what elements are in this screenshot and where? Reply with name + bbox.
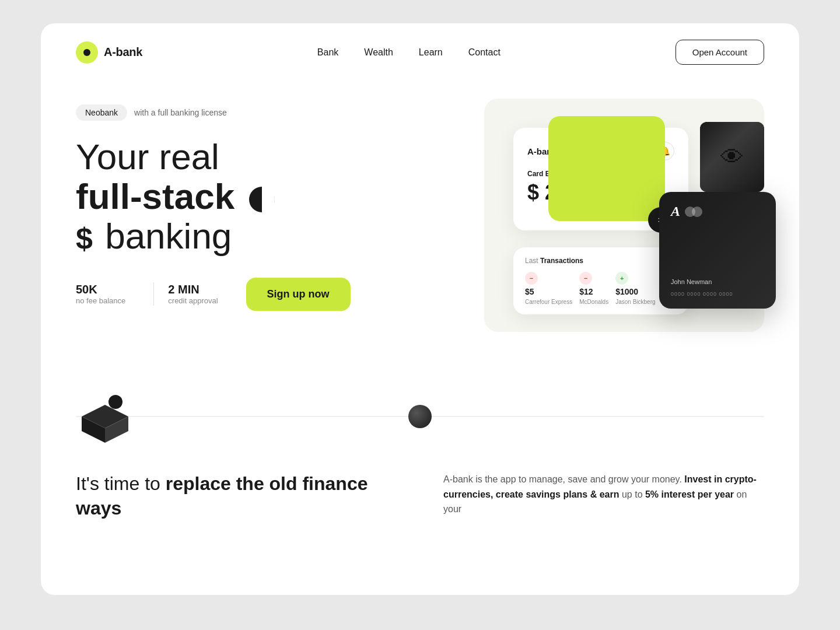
- lower-heading-normal: It's time to: [76, 473, 166, 494]
- badge-subtitle: with a full banking license: [134, 108, 227, 117]
- stat-divider: [153, 282, 154, 306]
- dark-card-number: 0000 0000 0000 0000: [671, 291, 733, 297]
- dark-card-holder: John Newman: [671, 278, 712, 285]
- lower-section: It's time to replace the old finance way…: [41, 355, 799, 538]
- tx-amount-3: $1000: [615, 287, 638, 296]
- logo-icon: [76, 41, 98, 64]
- lower-body-part1: A-bank is the app to manage, save and gr…: [443, 474, 682, 484]
- transactions-title-bold: Transactions: [540, 257, 583, 265]
- money-eye-image: [700, 122, 764, 192]
- navbar: A-bank Bank Wealth Learn Contact Open Ac…: [41, 23, 799, 81]
- green-overlay: =: [548, 116, 665, 221]
- svg-point-0: [108, 395, 123, 409]
- stat-2min-label: credit approval: [168, 296, 218, 305]
- tx-name-2: McDonalds: [579, 299, 608, 305]
- stat-50k-label: no fee balance: [76, 296, 125, 305]
- nav-item-bank[interactable]: Bank: [317, 47, 338, 58]
- tx-name-3: Jason Bickberg: [615, 299, 655, 305]
- sphere-marker: [408, 405, 432, 428]
- nav-item-wealth[interactable]: Wealth: [364, 47, 393, 58]
- dark-card-circle-2: [692, 206, 702, 217]
- lower-left: It's time to replace the old finance way…: [76, 472, 397, 520]
- hero-right: A-bank 🔔 Card Balance $ 25 354 = Last Tr…: [484, 99, 764, 332]
- hero-left: Neobank with a full banking license Your…: [76, 99, 461, 311]
- cube-3d: [76, 390, 134, 443]
- pie-icon: [249, 187, 275, 212]
- lower-content: It's time to replace the old finance way…: [76, 472, 764, 520]
- page-container: A-bank Bank Wealth Learn Contact Open Ac…: [41, 23, 799, 595]
- lower-body-rate: 5% interest per year: [645, 489, 734, 499]
- stat-50k: 50K no fee balance: [76, 283, 139, 305]
- transactions-title: Last Transactions: [525, 257, 677, 265]
- nav-links: Bank Wealth Learn Contact: [317, 47, 501, 58]
- dollar-icon: $: [76, 222, 93, 256]
- logo-text: A-bank: [104, 46, 142, 59]
- tx-minus-icon-2: −: [579, 272, 592, 285]
- lower-body-part2: up to: [622, 489, 645, 499]
- dark-card-circles: [685, 206, 702, 217]
- tx-amount-1: $5: [525, 287, 534, 296]
- hero-section: Neobank with a full banking license Your…: [41, 81, 799, 355]
- tx-name-1: Carrefour Express: [525, 299, 572, 305]
- hero-headline: Your real full-stack $ banking: [76, 137, 461, 257]
- tx-amount-2: $12: [579, 287, 593, 296]
- balance-label-text: Card: [527, 170, 543, 178]
- timeline-row: [76, 390, 764, 443]
- stat-2min-number: 2 MIN: [168, 283, 218, 296]
- headline-line1: Your real: [76, 136, 219, 177]
- neobank-badge: Neobank with a full banking license: [76, 104, 461, 121]
- signup-button[interactable]: Sign up now: [246, 278, 351, 311]
- lower-right: A-bank is the app to manage, save and gr…: [443, 472, 764, 520]
- transaction-item-1: − $5 Carrefour Express: [525, 272, 572, 305]
- transaction-item-3: + $1000 Jason Bickberg: [615, 272, 655, 305]
- headline-line2: full-stack: [76, 176, 235, 216]
- headline-line3: banking: [105, 216, 232, 256]
- hero-stats: 50K no fee balance 2 MIN credit approval…: [76, 278, 461, 311]
- lower-heading: It's time to replace the old finance way…: [76, 472, 397, 520]
- badge-label: Neobank: [76, 104, 127, 121]
- tx-minus-icon-1: −: [525, 272, 538, 285]
- nav-item-contact[interactable]: Contact: [468, 47, 501, 58]
- dark-card-logo: A: [671, 204, 764, 219]
- logo-area: A-bank: [76, 41, 142, 64]
- stat-50k-number: 50K: [76, 283, 125, 296]
- lower-body: A-bank is the app to manage, save and gr…: [443, 472, 764, 517]
- dark-card: A John Newman 0000 0000 0000 0000: [659, 192, 776, 309]
- transaction-items: − $5 Carrefour Express − $12 McDonalds +…: [525, 272, 677, 305]
- eye-graphic: [700, 122, 764, 192]
- open-account-button[interactable]: Open Account: [676, 40, 764, 65]
- tx-plus-icon-3: +: [615, 272, 628, 285]
- nav-item-learn[interactable]: Learn: [419, 47, 443, 58]
- stat-2min: 2 MIN credit approval: [168, 283, 232, 305]
- transaction-item-2: − $12 McDonalds: [579, 272, 608, 305]
